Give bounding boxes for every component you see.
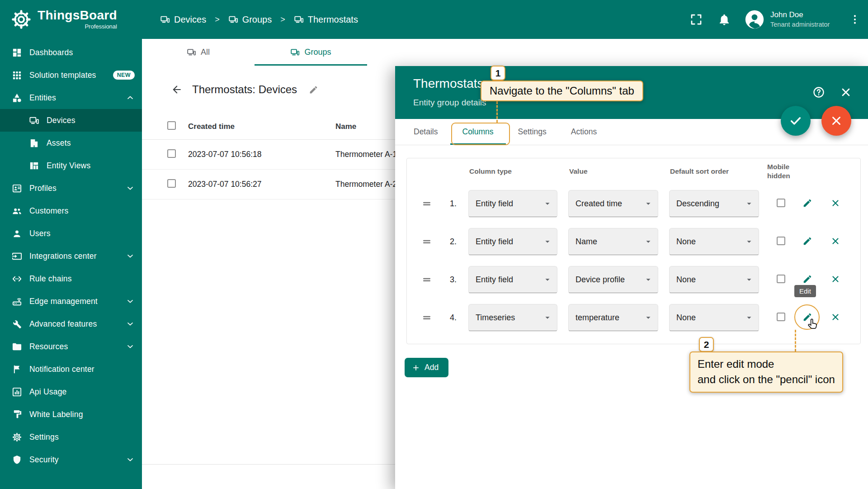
value-select[interactable]: temperature: [568, 304, 658, 331]
tab-all[interactable]: All: [142, 39, 255, 66]
customers-icon: [12, 206, 22, 216]
sidebar-item-entities[interactable]: Entities: [0, 86, 142, 109]
check-icon: [789, 114, 802, 128]
column-type-select[interactable]: Entity field: [468, 190, 557, 217]
remove-column-button[interactable]: [829, 197, 842, 210]
sidebar-item-integrations-center[interactable]: Integrations center: [0, 245, 142, 267]
created-time-cell: 2023-07-07 10:56:27: [188, 180, 335, 189]
sidebar-item-devices[interactable]: Devices: [0, 109, 142, 132]
notifications-button[interactable]: [717, 13, 731, 26]
edit-group-name-button[interactable]: [307, 84, 319, 95]
caret-down-icon: [542, 199, 552, 209]
security-icon: [12, 455, 22, 465]
add-column-button[interactable]: Add: [405, 358, 448, 377]
back-button[interactable]: [170, 83, 184, 96]
help-icon: [812, 86, 825, 99]
sidebar-item-settings[interactable]: Settings: [0, 426, 142, 448]
close-icon: [840, 86, 852, 99]
caret-down-icon: [643, 199, 653, 209]
row-index: 3.: [439, 275, 460, 285]
edit-pencil-icon: [802, 236, 812, 246]
tab-columns[interactable]: Columns: [450, 119, 506, 145]
brand-logo[interactable]: ThingsBoard Professional: [0, 9, 142, 30]
drag-handle-icon[interactable]: [421, 198, 432, 209]
edit-column-button[interactable]: [801, 273, 814, 286]
tab-actions[interactable]: Actions: [559, 119, 609, 145]
drag-handle-icon[interactable]: [421, 236, 432, 247]
value-select[interactable]: Name: [568, 228, 658, 255]
sidebar-item-security[interactable]: Security: [0, 448, 142, 471]
remove-column-button[interactable]: [829, 311, 842, 324]
edit-column-button[interactable]: [801, 197, 814, 210]
edit-column-button[interactable]: [801, 311, 814, 324]
panel-close-button[interactable]: [840, 86, 852, 99]
close-icon: [830, 114, 843, 128]
sort-order-select[interactable]: Descending: [669, 190, 759, 217]
tab-settings[interactable]: Settings: [506, 119, 559, 145]
avatar[interactable]: [745, 9, 764, 29]
caret-down-icon: [643, 237, 653, 247]
edge-management-icon: [12, 296, 22, 307]
tab-details[interactable]: Details: [401, 119, 450, 145]
value-select[interactable]: Created time: [568, 190, 658, 217]
back-arrow-icon: [171, 84, 183, 95]
sidebar-item-resources[interactable]: Resources: [0, 335, 142, 358]
discard-changes-fab[interactable]: [821, 106, 851, 136]
sidebar-item-api-usage[interactable]: Api Usage: [0, 380, 142, 403]
breadcrumb-item-devices[interactable]: Devices >: [160, 14, 228, 25]
sort-order-select[interactable]: None: [669, 228, 759, 255]
row-checkbox[interactable]: [167, 179, 176, 188]
tab-groups[interactable]: Groups: [255, 39, 367, 66]
sidebar-item-solution-templates[interactable]: Solution templates NEW: [0, 64, 142, 86]
remove-column-button[interactable]: [829, 273, 842, 286]
users-icon: [12, 228, 22, 239]
mobile-hidden-checkbox[interactable]: [777, 237, 785, 245]
devices-icon: [294, 14, 304, 24]
column-type-select[interactable]: Entity field: [468, 266, 557, 293]
sidebar-item-dashboards[interactable]: Dashboards: [0, 41, 142, 64]
help-button[interactable]: [812, 86, 825, 99]
fullscreen-button[interactable]: [689, 13, 703, 26]
column-row-device-profile: 3. Entity field Device profile None: [407, 261, 860, 299]
mobile-hidden-checkbox[interactable]: [777, 275, 785, 283]
devices-icon: [290, 47, 300, 57]
sidebar-item-notification-center[interactable]: Notification center: [0, 358, 142, 380]
page-title: Thermostats: Devices: [192, 83, 297, 96]
select-all-checkbox[interactable]: [167, 121, 176, 130]
mobile-hidden-checkbox[interactable]: [777, 199, 785, 207]
drag-handle-icon[interactable]: [421, 274, 432, 285]
column-header-created-time[interactable]: Created time: [188, 122, 335, 131]
brand-name: ThingsBoard: [38, 9, 117, 22]
user-menu-button[interactable]: [849, 14, 861, 25]
sidebar-item-white-labeling[interactable]: White Labeling: [0, 403, 142, 426]
caret-down-icon: [542, 313, 552, 323]
brand-tagline: Professional: [38, 23, 117, 30]
drag-handle-icon[interactable]: [421, 312, 432, 323]
sidebar-item-profiles[interactable]: Profiles: [0, 177, 142, 199]
column-type-select[interactable]: Entity field: [468, 228, 557, 255]
edit-column-button[interactable]: [801, 235, 814, 248]
new-badge: NEW: [113, 71, 135, 80]
sort-order-select[interactable]: None: [669, 304, 759, 331]
sidebar-item-rule-chains[interactable]: Rule chains: [0, 267, 142, 290]
breadcrumb-item-thermostats[interactable]: Thermostats >: [294, 14, 358, 25]
row-index: 1.: [439, 199, 460, 209]
apply-changes-fab[interactable]: [781, 106, 811, 136]
column-type-select[interactable]: Timeseries: [468, 304, 557, 331]
sort-order-select[interactable]: None: [669, 266, 759, 293]
sidebar-item-entity-views[interactable]: Entity Views: [0, 154, 142, 177]
mobile-hidden-checkbox[interactable]: [777, 313, 785, 321]
remove-column-button[interactable]: [829, 235, 842, 248]
header-column-type: Column type: [460, 167, 560, 176]
row-index: 4.: [439, 313, 460, 323]
sidebar-item-edge-management[interactable]: Edge management: [0, 290, 142, 313]
sidebar-item-users[interactable]: Users: [0, 222, 142, 245]
breadcrumb-item-groups[interactable]: Groups >: [228, 14, 294, 25]
value-select[interactable]: Device profile: [568, 266, 658, 293]
edit-pencil-icon: [802, 198, 812, 208]
caret-down-icon: [542, 237, 552, 247]
sidebar-item-advanced-features[interactable]: Advanced features: [0, 313, 142, 335]
row-checkbox[interactable]: [167, 149, 176, 158]
sidebar-item-assets[interactable]: Assets: [0, 132, 142, 154]
sidebar-item-customers[interactable]: Customers: [0, 199, 142, 222]
